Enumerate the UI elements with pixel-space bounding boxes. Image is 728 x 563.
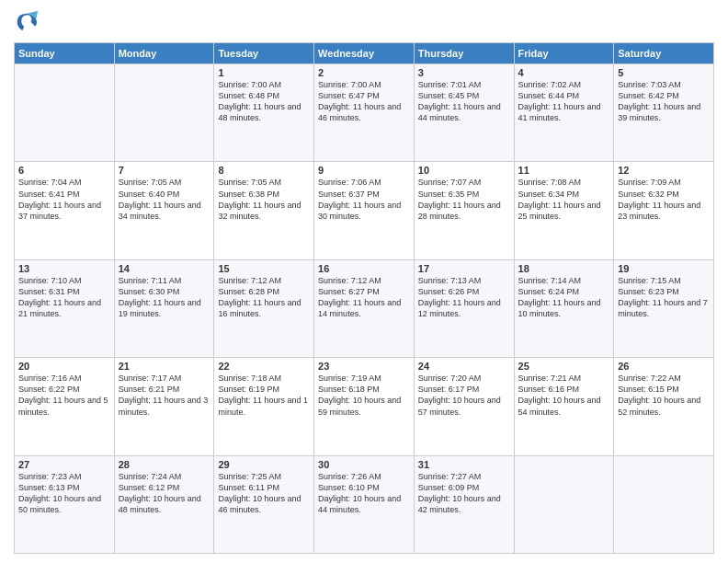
- cell-text: Sunrise: 7:22 AM Sunset: 6:15 PM Dayligh…: [618, 373, 710, 418]
- day-number: 7: [119, 165, 210, 176]
- calendar-day-19: 19Sunrise: 7:15 AM Sunset: 6:23 PM Dayli…: [614, 259, 714, 357]
- calendar-day-20: 20Sunrise: 7:16 AM Sunset: 6:22 PM Dayli…: [15, 358, 115, 455]
- cell-text: Sunrise: 7:18 AM Sunset: 6:19 PM Dayligh…: [218, 373, 310, 418]
- calendar-day-31: 31Sunrise: 7:27 AM Sunset: 6:09 PM Dayli…: [414, 455, 514, 553]
- day-number: 23: [318, 361, 410, 372]
- day-number: 19: [618, 263, 710, 274]
- cell-text: Sunrise: 7:09 AM Sunset: 6:32 PM Dayligh…: [618, 177, 710, 222]
- cell-text: Sunrise: 7:14 AM Sunset: 6:24 PM Dayligh…: [518, 275, 610, 320]
- calendar-header-row: SundayMondayTuesdayWednesdayThursdayFrid…: [15, 43, 714, 64]
- cell-text: Sunrise: 7:24 AM Sunset: 6:12 PM Dayligh…: [119, 471, 210, 516]
- calendar-day-3: 3Sunrise: 7:01 AM Sunset: 6:45 PM Daylig…: [414, 64, 514, 162]
- day-number: 2: [318, 67, 410, 78]
- cell-text: Sunrise: 7:06 AM Sunset: 6:37 PM Dayligh…: [318, 177, 410, 222]
- day-number: 10: [418, 165, 510, 176]
- calendar-header-friday: Friday: [514, 43, 614, 64]
- day-number: 1: [218, 67, 310, 78]
- calendar-day-12: 12Sunrise: 7:09 AM Sunset: 6:32 PM Dayli…: [614, 162, 714, 259]
- calendar-day-21: 21Sunrise: 7:17 AM Sunset: 6:21 PM Dayli…: [114, 358, 214, 455]
- calendar-day-18: 18Sunrise: 7:14 AM Sunset: 6:24 PM Dayli…: [514, 259, 614, 357]
- day-number: 11: [518, 165, 610, 176]
- calendar-day-28: 28Sunrise: 7:24 AM Sunset: 6:12 PM Dayli…: [114, 455, 214, 553]
- cell-text: Sunrise: 7:05 AM Sunset: 6:38 PM Dayligh…: [218, 177, 310, 222]
- day-number: 27: [18, 459, 110, 470]
- calendar-day-13: 13Sunrise: 7:10 AM Sunset: 6:31 PM Dayli…: [15, 259, 115, 357]
- calendar-day-10: 10Sunrise: 7:07 AM Sunset: 6:35 PM Dayli…: [414, 162, 514, 259]
- calendar-day-15: 15Sunrise: 7:12 AM Sunset: 6:28 PM Dayli…: [214, 259, 314, 357]
- header: [14, 9, 714, 35]
- cell-text: Sunrise: 7:23 AM Sunset: 6:13 PM Dayligh…: [18, 471, 110, 516]
- day-number: 12: [618, 165, 710, 176]
- cell-text: Sunrise: 7:08 AM Sunset: 6:34 PM Dayligh…: [518, 177, 610, 222]
- day-number: 29: [218, 459, 310, 470]
- calendar-day-22: 22Sunrise: 7:18 AM Sunset: 6:19 PM Dayli…: [214, 358, 314, 455]
- cell-text: Sunrise: 7:07 AM Sunset: 6:35 PM Dayligh…: [418, 177, 510, 222]
- cell-text: Sunrise: 7:00 AM Sunset: 6:48 PM Dayligh…: [218, 79, 310, 124]
- cell-text: Sunrise: 7:03 AM Sunset: 6:42 PM Dayligh…: [618, 79, 710, 124]
- calendar-day-24: 24Sunrise: 7:20 AM Sunset: 6:17 PM Dayli…: [414, 358, 514, 455]
- calendar-header-thursday: Thursday: [414, 43, 514, 64]
- cell-text: Sunrise: 7:20 AM Sunset: 6:17 PM Dayligh…: [418, 373, 510, 418]
- calendar-empty-cell: [15, 64, 115, 162]
- day-number: 20: [18, 361, 110, 372]
- cell-text: Sunrise: 7:27 AM Sunset: 6:09 PM Dayligh…: [418, 471, 510, 516]
- cell-text: Sunrise: 7:15 AM Sunset: 6:23 PM Dayligh…: [618, 275, 710, 320]
- day-number: 18: [518, 263, 610, 274]
- calendar-day-29: 29Sunrise: 7:25 AM Sunset: 6:11 PM Dayli…: [214, 455, 314, 553]
- day-number: 5: [618, 67, 710, 78]
- cell-text: Sunrise: 7:00 AM Sunset: 6:47 PM Dayligh…: [318, 79, 410, 124]
- cell-text: Sunrise: 7:01 AM Sunset: 6:45 PM Dayligh…: [418, 79, 510, 124]
- cell-text: Sunrise: 7:11 AM Sunset: 6:30 PM Dayligh…: [119, 275, 210, 320]
- calendar-day-14: 14Sunrise: 7:11 AM Sunset: 6:30 PM Dayli…: [114, 259, 214, 357]
- day-number: 4: [518, 67, 610, 78]
- cell-text: Sunrise: 7:21 AM Sunset: 6:16 PM Dayligh…: [518, 373, 610, 418]
- calendar-day-5: 5Sunrise: 7:03 AM Sunset: 6:42 PM Daylig…: [614, 64, 714, 162]
- calendar-day-4: 4Sunrise: 7:02 AM Sunset: 6:44 PM Daylig…: [514, 64, 614, 162]
- cell-text: Sunrise: 7:05 AM Sunset: 6:40 PM Dayligh…: [119, 177, 210, 222]
- day-number: 28: [119, 459, 210, 470]
- day-number: 25: [518, 361, 610, 372]
- day-number: 30: [318, 459, 410, 470]
- calendar-week-row: 27Sunrise: 7:23 AM Sunset: 6:13 PM Dayli…: [15, 455, 714, 553]
- day-number: 17: [418, 263, 510, 274]
- cell-text: Sunrise: 7:13 AM Sunset: 6:26 PM Dayligh…: [418, 275, 510, 320]
- day-number: 21: [119, 361, 210, 372]
- day-number: 15: [218, 263, 310, 274]
- day-number: 14: [119, 263, 210, 274]
- calendar-day-17: 17Sunrise: 7:13 AM Sunset: 6:26 PM Dayli…: [414, 259, 514, 357]
- calendar-header-monday: Monday: [114, 43, 214, 64]
- calendar-empty-cell: [614, 455, 714, 553]
- cell-text: Sunrise: 7:12 AM Sunset: 6:27 PM Dayligh…: [318, 275, 410, 320]
- calendar-day-26: 26Sunrise: 7:22 AM Sunset: 6:15 PM Dayli…: [614, 358, 714, 455]
- cell-text: Sunrise: 7:25 AM Sunset: 6:11 PM Dayligh…: [218, 471, 310, 516]
- day-number: 16: [318, 263, 410, 274]
- calendar-day-8: 8Sunrise: 7:05 AM Sunset: 6:38 PM Daylig…: [214, 162, 314, 259]
- calendar-day-30: 30Sunrise: 7:26 AM Sunset: 6:10 PM Dayli…: [314, 455, 415, 553]
- calendar-day-11: 11Sunrise: 7:08 AM Sunset: 6:34 PM Dayli…: [514, 162, 614, 259]
- logo-icon: [14, 9, 40, 35]
- day-number: 24: [418, 361, 510, 372]
- page: SundayMondayTuesdayWednesdayThursdayFrid…: [0, 0, 728, 563]
- calendar-day-1: 1Sunrise: 7:00 AM Sunset: 6:48 PM Daylig…: [214, 64, 314, 162]
- cell-text: Sunrise: 7:17 AM Sunset: 6:21 PM Dayligh…: [119, 373, 210, 418]
- calendar-day-27: 27Sunrise: 7:23 AM Sunset: 6:13 PM Dayli…: [15, 455, 115, 553]
- day-number: 31: [418, 459, 510, 470]
- cell-text: Sunrise: 7:16 AM Sunset: 6:22 PM Dayligh…: [18, 373, 110, 418]
- cell-text: Sunrise: 7:26 AM Sunset: 6:10 PM Dayligh…: [318, 471, 410, 516]
- calendar-week-row: 13Sunrise: 7:10 AM Sunset: 6:31 PM Dayli…: [15, 259, 714, 357]
- calendar-week-row: 6Sunrise: 7:04 AM Sunset: 6:41 PM Daylig…: [15, 162, 714, 259]
- day-number: 13: [18, 263, 110, 274]
- calendar-day-23: 23Sunrise: 7:19 AM Sunset: 6:18 PM Dayli…: [314, 358, 415, 455]
- day-number: 8: [218, 165, 310, 176]
- cell-text: Sunrise: 7:02 AM Sunset: 6:44 PM Dayligh…: [518, 79, 610, 124]
- calendar-day-2: 2Sunrise: 7:00 AM Sunset: 6:47 PM Daylig…: [314, 64, 415, 162]
- calendar-header-sunday: Sunday: [15, 43, 115, 64]
- calendar-day-25: 25Sunrise: 7:21 AM Sunset: 6:16 PM Dayli…: [514, 358, 614, 455]
- day-number: 22: [218, 361, 310, 372]
- calendar-day-9: 9Sunrise: 7:06 AM Sunset: 6:37 PM Daylig…: [314, 162, 415, 259]
- calendar-week-row: 20Sunrise: 7:16 AM Sunset: 6:22 PM Dayli…: [15, 358, 714, 455]
- calendar-week-row: 1Sunrise: 7:00 AM Sunset: 6:48 PM Daylig…: [15, 64, 714, 162]
- calendar-day-16: 16Sunrise: 7:12 AM Sunset: 6:27 PM Dayli…: [314, 259, 415, 357]
- cell-text: Sunrise: 7:10 AM Sunset: 6:31 PM Dayligh…: [18, 275, 110, 320]
- calendar-table: SundayMondayTuesdayWednesdayThursdayFrid…: [14, 42, 714, 554]
